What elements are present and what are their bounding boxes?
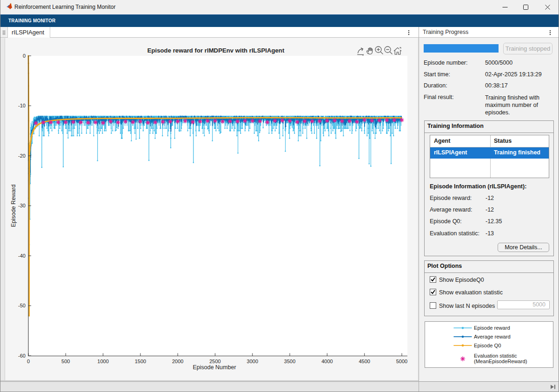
svg-text:2000: 2000	[172, 359, 183, 364]
svg-text:3500: 3500	[284, 359, 295, 364]
svg-text:(MeanEpisodeReward): (MeanEpisodeReward)	[474, 359, 527, 364]
svg-text:Episode reward: Episode reward	[474, 325, 510, 331]
svg-text:5000: 5000	[396, 359, 407, 364]
svg-text:Evaluation statistic: Evaluation statistic	[474, 353, 517, 359]
svg-text:Episode Q0: Episode Q0	[474, 343, 501, 348]
svg-text:-50: -50	[18, 303, 26, 308]
svg-text:Episode reward for rlMDPEnv wi: Episode reward for rlMDPEnv with rILSPIA…	[147, 47, 285, 54]
svg-text:-60: -60	[18, 353, 26, 359]
svg-text:4500: 4500	[359, 359, 370, 364]
svg-text:2500: 2500	[209, 359, 220, 364]
svg-text:-10: -10	[18, 103, 26, 108]
svg-text:0: 0	[27, 359, 30, 364]
svg-text:-20: -20	[18, 153, 26, 159]
svg-text:1000: 1000	[97, 359, 108, 364]
svg-text:3000: 3000	[247, 359, 258, 364]
svg-text:1500: 1500	[135, 359, 146, 364]
svg-text:Episode Reward: Episode Reward	[10, 185, 17, 227]
svg-text:-30: -30	[18, 203, 26, 208]
svg-text:Average reward: Average reward	[474, 334, 511, 339]
svg-text:4000: 4000	[321, 359, 333, 364]
svg-text:0: 0	[23, 53, 26, 59]
svg-text:Episode Number: Episode Number	[193, 364, 236, 371]
svg-text:500: 500	[61, 359, 70, 364]
svg-text:-40: -40	[18, 253, 26, 259]
